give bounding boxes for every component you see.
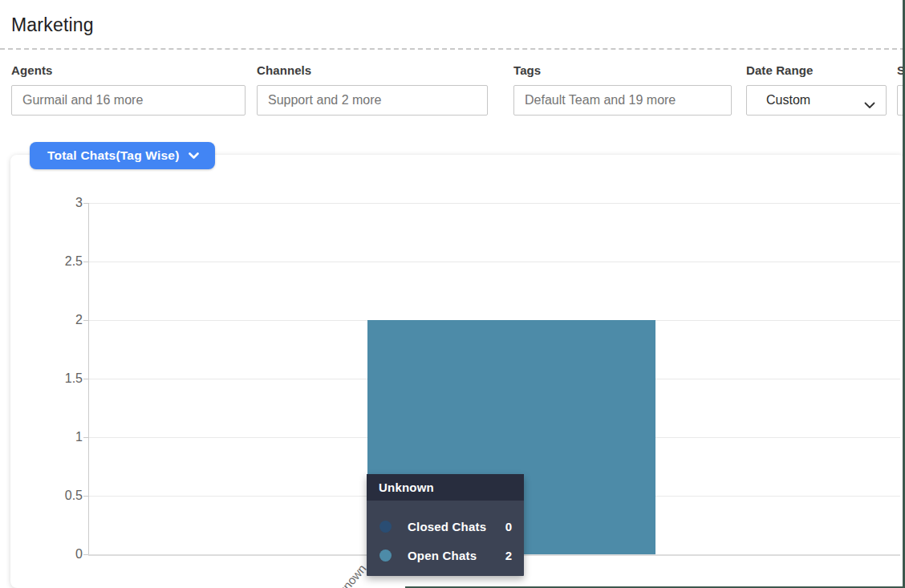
tooltip-row-value: 0: [505, 520, 512, 533]
tooltip-row-closed-chats: Closed Chats 0: [379, 516, 512, 537]
y-axis-tick-label: 0: [34, 546, 83, 562]
y-axis-tick-label: 2.5: [34, 253, 83, 270]
y-axis-tick-label: 3: [34, 195, 83, 211]
y-axis-tick: [83, 379, 88, 379]
y-axis-tick: [83, 554, 88, 555]
tooltip-row-label: Open Chats: [408, 549, 477, 562]
y-axis-tick-label: 1: [34, 429, 83, 445]
tooltip-row-label: Closed Chats: [408, 520, 486, 533]
y-axis-tick: [83, 320, 88, 321]
chevron-down-icon: [189, 152, 199, 160]
y-axis-tick-label: 1.5: [34, 371, 83, 387]
dashboard-page: Marketing Agents Channels Tags Date Rang…: [0, 0, 905, 588]
tooltip-row-open-chats: Open Chats 2: [379, 545, 512, 566]
y-axis-tick: [83, 437, 88, 438]
y-axis-tick-label: 0.5: [34, 488, 83, 504]
y-axis-tick: [83, 496, 88, 497]
tooltip-title: Unknown: [367, 474, 524, 501]
y-axis-line: [88, 203, 89, 554]
chart-tooltip: Unknown Closed Chats 0 Open Chats 2: [367, 474, 524, 576]
y-axis-tick: [83, 262, 88, 262]
gridline: [88, 262, 900, 262]
gridline: [88, 203, 900, 204]
x-axis-category-label: Unknown: [326, 562, 368, 588]
tooltip-body: Closed Chats 0 Open Chats 2: [367, 501, 524, 576]
open-chats-dot-icon: [379, 549, 392, 562]
y-axis-tick: [83, 203, 88, 204]
y-axis-tick-label: 2: [34, 312, 83, 328]
closed-chats-dot-icon: [379, 521, 392, 533]
report-selector-button[interactable]: Total Chats(Tag Wise): [30, 142, 215, 169]
tooltip-row-value: 2: [505, 549, 512, 562]
report-selector-label: Total Chats(Tag Wise): [47, 148, 180, 163]
